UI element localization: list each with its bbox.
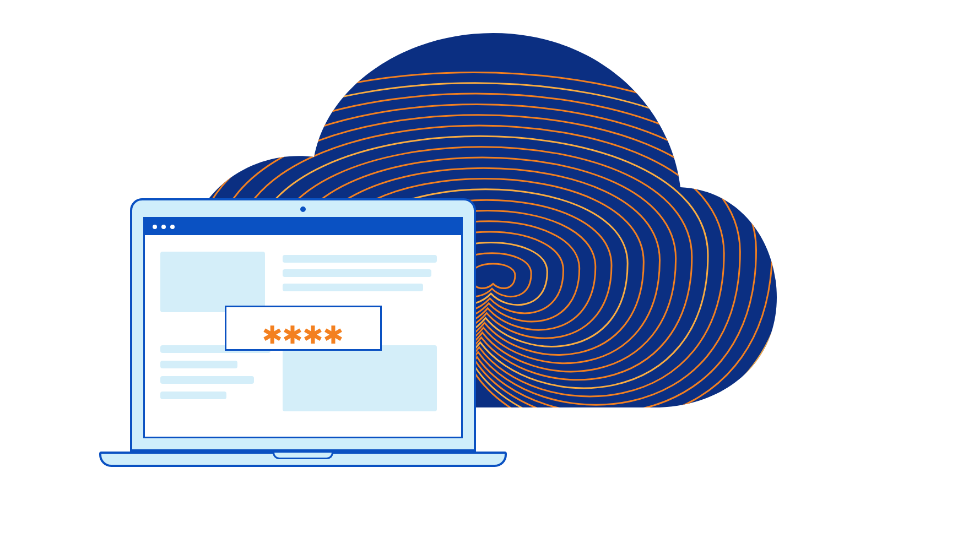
window-dot-icon: [161, 225, 166, 229]
illustration-stage: ✱✱✱✱: [0, 0, 963, 560]
camera-dot-icon: [300, 206, 306, 212]
content-placeholder: [160, 376, 254, 384]
laptop-base: [99, 452, 507, 467]
browser-window: ✱✱✱✱: [143, 217, 463, 438]
password-mask: ✱✱✱✱: [263, 317, 344, 349]
password-field[interactable]: ✱✱✱✱: [225, 306, 382, 351]
content-placeholder: [160, 252, 265, 312]
laptop-icon: ✱✱✱✱: [99, 198, 507, 474]
content-placeholder: [160, 361, 237, 368]
window-dot-icon: [170, 225, 175, 229]
laptop-lid: ✱✱✱✱: [130, 198, 476, 452]
browser-titlebar: [145, 219, 461, 235]
content-placeholder: [283, 269, 431, 277]
content-placeholder: [160, 392, 226, 399]
page-content: ✱✱✱✱: [145, 235, 461, 437]
content-placeholder: [283, 345, 437, 411]
content-placeholder: [283, 284, 423, 291]
content-placeholder: [283, 255, 437, 263]
window-dot-icon: [153, 225, 157, 229]
